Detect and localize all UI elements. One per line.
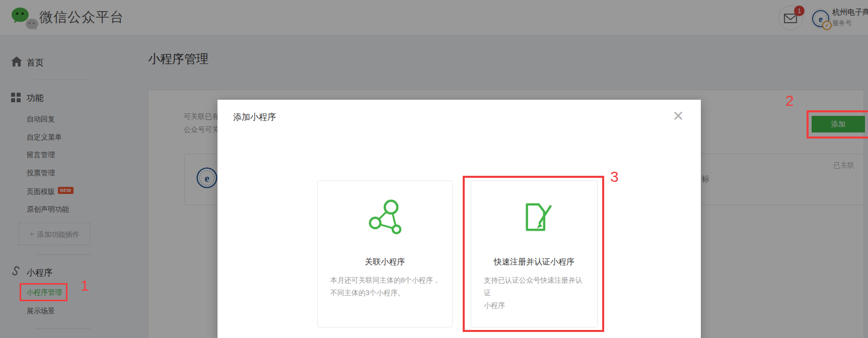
add-miniprogram-modal: 添加小程序 ✕ 关联小程序 本月还可关联同主体的8个小程序， 不同主体的3个小程… bbox=[218, 100, 701, 338]
modal-title: 添加小程序 bbox=[233, 111, 276, 123]
annotation-box-step3 bbox=[463, 176, 604, 332]
card-description: 本月还可关联同主体的8个小程序， 不同主体的3个小程序。 bbox=[330, 274, 443, 299]
close-icon[interactable]: ✕ bbox=[670, 108, 687, 125]
annotation-box-step1 bbox=[20, 283, 67, 301]
annotation-number-3: 3 bbox=[610, 169, 619, 184]
annotation-number-2: 2 bbox=[785, 93, 794, 108]
network-link-icon bbox=[363, 194, 408, 240]
annotation-box-step2 bbox=[807, 110, 868, 139]
wechat-mp-admin-page: 微信公众平台 1 e ✓ 杭州电子商 服务号 首页 功能 自动回复 自定义菜单 bbox=[0, 0, 868, 338]
card-title: 关联小程序 bbox=[318, 257, 452, 267]
link-miniprogram-card[interactable]: 关联小程序 本月还可关联同主体的8个小程序， 不同主体的3个小程序。 bbox=[317, 180, 453, 327]
card-desc-line2: 不同主体的3个小程序。 bbox=[330, 287, 443, 299]
annotation-number-1: 1 bbox=[81, 278, 89, 293]
card-desc-line1: 本月还可关联同主体的8个小程序， bbox=[330, 274, 443, 287]
